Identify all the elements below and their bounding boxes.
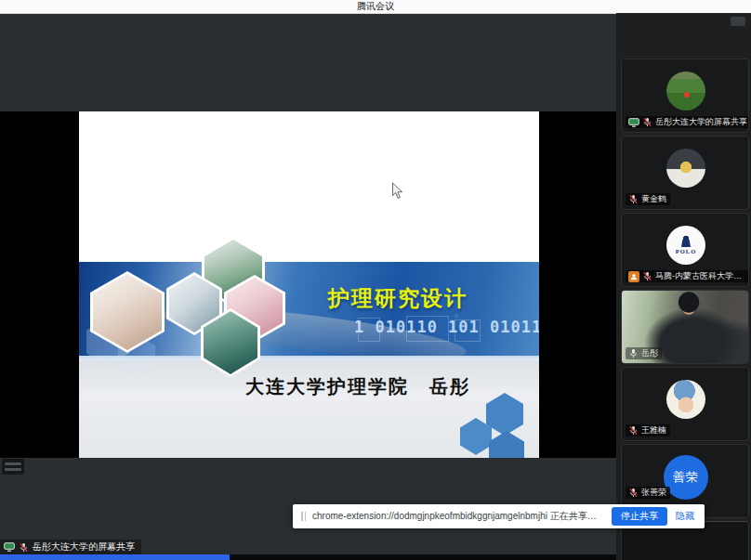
avatar xyxy=(666,380,705,419)
mic-muted-icon xyxy=(642,271,652,281)
window-title: 腾讯会议 xyxy=(0,0,751,13)
participant-label: 黄金鹤 xyxy=(626,193,670,205)
taskbar-strip xyxy=(0,554,230,560)
polo-rider-icon xyxy=(681,236,691,247)
mic-muted-icon xyxy=(628,425,639,436)
mic-muted-icon xyxy=(642,117,652,127)
participant-name: 岳彤大连大学的屏幕共享 xyxy=(655,116,747,128)
mic-muted-icon xyxy=(628,488,639,498)
participant-label: 岳彤大连大学的屏幕共享 xyxy=(626,116,749,128)
screen-share-icon xyxy=(4,542,15,552)
participant-tile[interactable]: 王雅楠 xyxy=(621,367,749,441)
participant-label: 张善荣 xyxy=(626,487,670,499)
participant-name: 马腾-内蒙古医科大学护理学… xyxy=(655,270,747,282)
taskbar-strip-dark xyxy=(230,554,616,560)
stop-sharing-button[interactable]: 停止共享 xyxy=(612,507,667,526)
share-banner-label: 岳彤大连大学的屏幕共享 xyxy=(33,540,135,553)
participant-label: 岳彤 xyxy=(626,347,662,359)
participant-tile[interactable]: 黄金鹤 xyxy=(621,136,749,210)
screen-share-banner: 岳彤大连大学的屏幕共享 xyxy=(0,540,141,554)
binary-decoration: 1 010110 101 01011 xyxy=(354,318,539,336)
mic-on-icon xyxy=(628,348,639,358)
participant-label: 王雅楠 xyxy=(626,424,670,436)
presentation-slide: 护理研究设计 1 010110 101 01011 大连大学护理学院 岳彤 xyxy=(79,111,539,458)
share-notification-message: chrome-extension://dodmgjnpkeofmbidkggnj… xyxy=(312,510,605,523)
mouse-cursor xyxy=(391,182,403,200)
participant-name: 张善荣 xyxy=(641,487,666,499)
avatar: 善荣 xyxy=(664,455,708,500)
chrome-share-notification: chrome-extension://dodmgjnpkeofmbidkggnj… xyxy=(293,504,705,528)
slide-byline: 大连大学护理学院 岳彤 xyxy=(181,374,534,399)
screen-share-icon xyxy=(628,118,639,127)
titlebar: 腾讯会议 xyxy=(0,0,751,14)
participant-label: 马腾-内蒙古医科大学护理学… xyxy=(626,270,749,282)
avatar xyxy=(666,149,705,188)
participant-name: 岳彤 xyxy=(641,347,658,359)
minimized-panel[interactable] xyxy=(2,459,24,475)
avatar: POLO xyxy=(666,226,705,265)
member-badge-icon xyxy=(628,271,639,282)
participant-tile-screen-share[interactable]: 岳彤大连大学的屏幕共享 xyxy=(621,59,749,133)
participant-tile-video[interactable]: 岳彤 xyxy=(621,290,749,364)
hide-notification-button[interactable]: 隐藏 xyxy=(674,510,696,523)
mic-muted-icon xyxy=(628,194,639,204)
tencent-meeting-window: 腾讯会议 护理研究设计 1 010110 101 01011 xyxy=(0,0,751,560)
mic-muted-icon xyxy=(19,542,29,553)
sidebar-collapse-button[interactable] xyxy=(731,17,745,26)
slide-title: 护理研究设计 xyxy=(328,284,468,313)
participant-name: 王雅楠 xyxy=(641,424,666,436)
person-icon xyxy=(630,273,638,280)
participants-sidebar: 岳彤大连大学的屏幕共享 黄金鹤 POLO xyxy=(616,13,751,560)
avatar-text: POLO xyxy=(676,248,696,254)
participant-name: 黄金鹤 xyxy=(641,193,666,205)
avatar-text: 善荣 xyxy=(673,469,699,486)
avatar xyxy=(666,72,705,111)
participant-tile[interactable]: POLO 马腾-内蒙古医科大学护理学… xyxy=(621,213,749,287)
drag-handle[interactable] xyxy=(301,512,306,521)
